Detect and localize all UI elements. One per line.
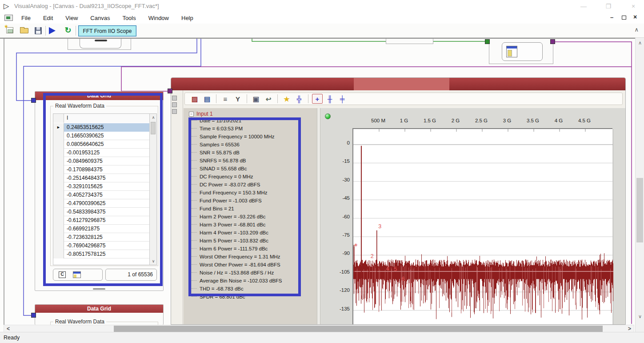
run-icon[interactable] bbox=[49, 27, 56, 34]
row-header-cell[interactable] bbox=[53, 225, 64, 233]
restore-button[interactable]: ❐ bbox=[601, 2, 616, 11]
table-cell[interactable]: -0.001953125 bbox=[64, 149, 150, 157]
mdi-restore-button[interactable] bbox=[622, 16, 626, 20]
table-row[interactable]: -0.1708984375 bbox=[53, 165, 150, 174]
fft-stat-item[interactable]: Samples = 65536 bbox=[192, 140, 282, 148]
mdi-close-button[interactable]: × bbox=[633, 13, 637, 20]
fft-stat-item[interactable]: DC Power = -83.072 dBFS bbox=[192, 180, 282, 188]
scrollbar-thumb[interactable] bbox=[151, 122, 156, 134]
table-cell[interactable]: -0.3291015625 bbox=[64, 182, 150, 191]
marker-toggle-icon[interactable]: ★ bbox=[281, 94, 292, 104]
row-header-cell[interactable] bbox=[53, 250, 64, 258]
table-row[interactable]: -0.669921875 bbox=[53, 225, 150, 233]
row-header-cell[interactable] bbox=[53, 233, 64, 242]
waveform-table[interactable]: I ►0.248535156250.166503906250.080566406… bbox=[53, 113, 157, 265]
table-column-header[interactable]: I bbox=[64, 114, 150, 123]
scroll-up-icon[interactable]: ∧ bbox=[150, 115, 157, 120]
input-connector[interactable] bbox=[31, 98, 36, 103]
fft-stat-item[interactable]: Harm 3 Power = -68.801 dBc bbox=[192, 220, 282, 228]
fft-stat-item[interactable]: Harm 5 Power = -103.832 dBc bbox=[192, 236, 282, 244]
table-row[interactable]: -0.47900390625 bbox=[53, 199, 150, 208]
table-row[interactable]: -0.001953125 bbox=[53, 149, 150, 157]
row-header-cell[interactable] bbox=[53, 165, 64, 174]
zoom-y-icon[interactable]: ╪ bbox=[337, 94, 348, 104]
block-title-bar[interactable]: Data Grid bbox=[35, 92, 163, 100]
fft-stat-item[interactable]: Fund Frequency = 150.3 MHz bbox=[192, 188, 282, 196]
row-header-cell[interactable] bbox=[53, 140, 64, 149]
open-canvas-icon[interactable] bbox=[20, 26, 29, 35]
scrollbar-thumb[interactable] bbox=[114, 326, 603, 332]
row-header-cell[interactable] bbox=[53, 199, 64, 208]
table-cell[interactable]: -0.47900390625 bbox=[64, 199, 150, 208]
row-header-cell[interactable] bbox=[53, 242, 64, 250]
scroll-down-icon[interactable]: ∨ bbox=[150, 259, 157, 263]
new-canvas-icon[interactable]: ★ bbox=[5, 26, 15, 35]
scroll-up-icon[interactable]: ∧ bbox=[636, 40, 644, 46]
mdi-minimize-button[interactable]: – bbox=[610, 14, 613, 20]
table-row[interactable]: -0.4052734375 bbox=[53, 191, 150, 199]
export-image-icon[interactable]: ▤ bbox=[202, 94, 212, 104]
graph-block[interactable]: ▨▤≡Y▣↩★╬+╫╪ − Input 1 Date = 11/10/2021 … bbox=[171, 77, 626, 325]
scroll-right-icon[interactable]: > bbox=[628, 326, 631, 332]
graph-connector[interactable] bbox=[172, 109, 177, 114]
table-cell[interactable]: -0.1708984375 bbox=[64, 165, 150, 174]
fft-stat-item[interactable]: Noise / Hz = -153.868 dBFS / Hz bbox=[192, 268, 282, 276]
row-header-cell[interactable] bbox=[53, 132, 64, 140]
table-scrollbar[interactable]: ∧ ∨ bbox=[149, 114, 156, 265]
chart-options-icon[interactable]: ▨ bbox=[189, 94, 200, 104]
fft-stat-item[interactable]: SNRFS = 56.878 dB bbox=[192, 156, 282, 164]
fft-stat-item[interactable]: Fund Power = -1.003 dBFS bbox=[192, 196, 282, 204]
title-bar[interactable]: ▷ VisualAnalog - [Canvas - Dual9213_IIOS… bbox=[0, 0, 644, 12]
table-row[interactable]: -0.3291015625 bbox=[53, 182, 150, 191]
zoom-x-icon[interactable]: ╫ bbox=[324, 94, 335, 104]
table-row[interactable]: -0.7236328125 bbox=[53, 233, 150, 242]
input-connector[interactable] bbox=[485, 39, 490, 44]
graph-input-connector[interactable] bbox=[168, 89, 172, 93]
cutoff-block-top-left[interactable] bbox=[68, 39, 131, 50]
graph-connector[interactable] bbox=[172, 102, 177, 107]
data-grid-source-block[interactable] bbox=[489, 40, 553, 64]
graph-connector[interactable] bbox=[172, 96, 177, 101]
fft-stat-item[interactable]: Sample Frequency = 10000 MHz bbox=[192, 132, 282, 140]
menu-item[interactable]: Help bbox=[175, 15, 200, 21]
table-cell[interactable]: -0.80517578125 bbox=[64, 250, 150, 258]
menu-item[interactable]: Canvas bbox=[84, 15, 116, 21]
menu-item[interactable]: File bbox=[15, 15, 37, 21]
run-continuous-icon[interactable]: ↻ bbox=[63, 25, 73, 35]
table-cell[interactable]: -0.76904296875 bbox=[64, 242, 150, 250]
fft-stat-item[interactable]: Date = 11/10/2021 bbox=[192, 116, 282, 124]
data-grid-block-2[interactable]: Data Grid Real Waveform Data bbox=[35, 304, 164, 325]
pan-mode-icon[interactable]: + bbox=[312, 94, 323, 104]
copy-plot-icon[interactable]: ↩ bbox=[263, 94, 274, 104]
output-connector[interactable] bbox=[550, 39, 555, 44]
scroll-down-icon[interactable]: ∨ bbox=[636, 314, 644, 319]
canvas-vertical-scrollbar[interactable]: ∧ ∨ bbox=[635, 38, 644, 332]
table-cell[interactable]: 0.16650390625 bbox=[64, 132, 150, 140]
table-cell[interactable]: 0.08056640625 bbox=[64, 140, 150, 149]
table-cell[interactable]: -0.0849609375 bbox=[64, 157, 150, 165]
table-row[interactable]: -0.61279296875 bbox=[53, 216, 150, 225]
cutoff-block-top-middle[interactable] bbox=[386, 39, 433, 44]
menu-item[interactable]: Window bbox=[142, 15, 175, 21]
fft-stat-item[interactable]: Average Bin Noise = -102.033 dBFS bbox=[192, 276, 282, 284]
input-connector[interactable] bbox=[31, 313, 36, 318]
canvas-workspace[interactable]: Data Grid Real Waveform Data I ►0.248535… bbox=[0, 38, 635, 332]
row-header-cell[interactable] bbox=[53, 157, 64, 165]
resize-handle[interactable] bbox=[93, 288, 105, 290]
table-cell[interactable]: -0.54833984375 bbox=[64, 208, 150, 216]
table-cell[interactable]: -0.669921875 bbox=[64, 225, 150, 233]
fft-stat-item[interactable]: Harm 6 Power = -111.579 dBc bbox=[192, 244, 282, 252]
row-header-cell[interactable] bbox=[53, 191, 64, 199]
save-data-icon[interactable]: ▣ bbox=[251, 94, 261, 104]
fft-stat-item[interactable]: Worst Other Frequency = 1.31 MHz bbox=[192, 252, 282, 260]
table-cell[interactable]: -0.4052734375 bbox=[64, 191, 150, 199]
minimize-button[interactable]: — bbox=[576, 2, 591, 11]
row-header-cell[interactable]: ► bbox=[53, 123, 64, 132]
save-canvas-icon[interactable] bbox=[34, 26, 44, 35]
fft-stat-item[interactable]: Harm 4 Power = -103.209 dBc bbox=[192, 228, 282, 236]
table-row[interactable]: -0.0849609375 bbox=[53, 157, 150, 165]
fft-stats-panel[interactable]: − Input 1 Date = 11/10/2021 Time = 6:03:… bbox=[184, 108, 317, 325]
row-header-cell[interactable] bbox=[53, 208, 64, 216]
data-grid-block-1[interactable]: Data Grid Real Waveform Data I ►0.248535… bbox=[35, 91, 164, 291]
fft-stat-item[interactable]: SNR = 55.875 dB bbox=[192, 148, 282, 156]
